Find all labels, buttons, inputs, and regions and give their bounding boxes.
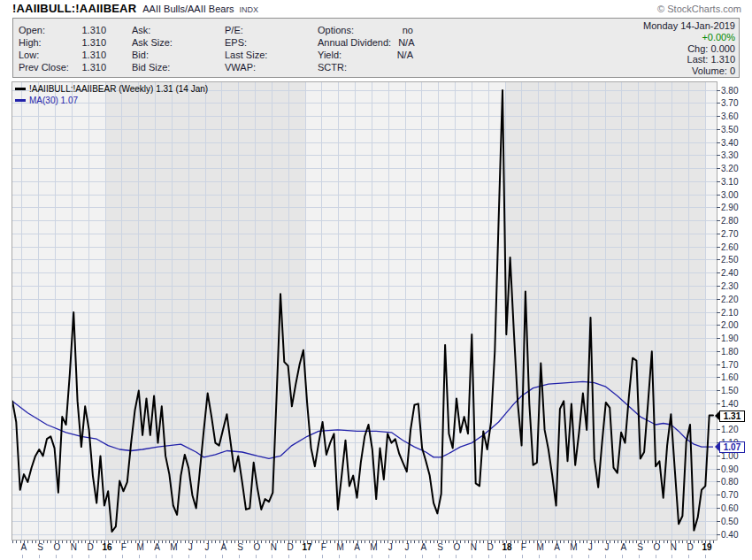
y-axis-label: 3.60 <box>717 111 738 121</box>
y-axis-label-text: 1.80 <box>721 347 738 357</box>
legend-ma-series: MA(30) 1.07 <box>15 95 208 106</box>
y-axis-tick <box>717 469 720 470</box>
y-axis-label: 2.30 <box>717 281 738 291</box>
y-axis-tick <box>717 168 720 169</box>
y-axis-label: 0.40 <box>717 530 738 540</box>
x-axis-month-tick <box>671 555 672 558</box>
x-axis-month-tick <box>305 555 306 558</box>
y-axis-tick <box>717 534 720 535</box>
x-axis-month-tick <box>72 555 73 558</box>
y-axis-label: 2.40 <box>717 268 738 278</box>
x-axis-month-tick <box>105 555 106 558</box>
x-axis-month-tick <box>122 555 123 558</box>
x-axis-month-tick <box>639 555 640 558</box>
y-axis-tick <box>717 299 720 300</box>
y-axis-label: 1.80 <box>717 347 738 357</box>
y-axis-label: 0.90 <box>717 464 738 474</box>
quote-field-label: Annual Dividend: <box>318 36 391 49</box>
quote-field-label: High: <box>19 36 42 49</box>
x-axis-month-tick <box>356 555 357 558</box>
x-axis-month-tick <box>539 555 540 558</box>
y-axis-tick <box>717 155 720 156</box>
y-axis-label: 3.10 <box>717 177 738 187</box>
x-axis-month-tick <box>388 555 389 558</box>
y-axis-label: 3.40 <box>717 138 738 148</box>
y-axis-tick <box>717 129 720 130</box>
x-axis-month-tick <box>272 555 272 558</box>
ma-value-tag: 1.07 <box>719 441 745 453</box>
quote-row: Options:no <box>318 24 413 36</box>
quote-field-label: Bid Size: <box>132 61 170 73</box>
x-axis-month-tick <box>622 555 623 558</box>
y-axis-tick <box>717 351 720 352</box>
y-axis-label: 0.50 <box>717 517 738 526</box>
y-axis-label-text: 3.20 <box>721 164 738 173</box>
y-axis-label-text: 0.80 <box>721 477 738 487</box>
quote-field-label: Ask: <box>132 24 150 36</box>
quote-row: Bid Size: <box>132 61 206 73</box>
y-axis-label-text: 3.10 <box>721 177 738 187</box>
y-axis-label-text: 2.80 <box>721 216 738 226</box>
percent-change: +0.00% <box>643 32 735 43</box>
y-axis-label: 3.30 <box>717 150 738 160</box>
y-axis-tick <box>717 364 720 365</box>
quote-row: Yield:N/A <box>318 49 413 61</box>
y-axis-label: 3.20 <box>717 164 738 173</box>
y-axis-label-text: 3.50 <box>721 125 738 134</box>
y-axis-tick <box>717 90 720 91</box>
y-axis-label: 3.00 <box>717 190 738 200</box>
last-price-tag: 1.31 <box>719 410 745 422</box>
y-axis-label-text: 2.60 <box>721 242 738 252</box>
quote-field-label: Low: <box>19 49 39 61</box>
y-axis-tick <box>717 338 720 339</box>
y-axis-tick <box>717 495 720 495</box>
x-axis-month-tick <box>205 555 206 558</box>
y-axis-label: 2.90 <box>717 203 738 212</box>
y-axis-label-text: 3.30 <box>721 150 738 160</box>
x-axis-month-tick <box>372 555 372 558</box>
quote-row: Prev Close:1.310 <box>19 61 106 73</box>
y-axis-label-text: 0.90 <box>721 464 738 474</box>
quote-field-label: SCTR: <box>318 61 347 73</box>
y-axis-tick <box>717 481 720 482</box>
y-axis-tick <box>717 377 720 378</box>
x-axis-month-tick <box>688 555 689 558</box>
y-axis-label-text: 1.50 <box>721 386 738 395</box>
y-axis-tick <box>717 116 720 117</box>
legend-price-series: !AAIIBULL:!AAIIBEAR (Weekly) 1.31 (14 Ja… <box>15 83 208 95</box>
x-axis-month-tick <box>222 555 223 558</box>
y-axis-label: 3.80 <box>717 86 738 96</box>
y-axis-label: 0.70 <box>717 490 738 500</box>
x-axis-month-tick <box>456 555 457 558</box>
y-axis-label-text: 2.00 <box>721 320 738 330</box>
x-axis-month-tick <box>22 555 23 558</box>
quote-field-label: Ask Size: <box>132 36 173 49</box>
y-axis-tick <box>717 247 720 248</box>
volume-value: Volume: 0 <box>643 65 735 77</box>
y-axis-label: 3.70 <box>717 98 738 108</box>
y-axis-tick <box>717 181 720 182</box>
y-axis-label: 2.00 <box>717 320 738 330</box>
y-axis-tick <box>717 429 720 430</box>
quote-date: Monday 14-Jan-2019 <box>643 20 735 32</box>
x-axis-month-tick <box>156 555 157 558</box>
x-axis-month-tick <box>705 555 706 558</box>
price-chart-svg <box>12 82 717 540</box>
y-axis-label-text: 1.60 <box>721 372 738 382</box>
y-axis-label-text: 3.80 <box>721 86 738 96</box>
y-axis-label-text: 3.40 <box>721 138 738 148</box>
y-axis-label-text: 2.40 <box>721 268 738 278</box>
y-axis-label-text: 2.50 <box>721 255 738 265</box>
quote-row: Open:1.310 <box>19 24 106 36</box>
x-axis-month-tick <box>188 555 189 558</box>
y-axis-tick <box>717 521 720 522</box>
quote-row: Last Size: <box>225 49 306 61</box>
y-axis-label: 0.60 <box>717 503 738 513</box>
y-axis-label-text: 0.70 <box>721 490 738 500</box>
y-axis-label-text: 1.70 <box>721 360 738 370</box>
chart-title-row: !AAIIBULL:!AAIIBEAR AAII Bulls/AAII Bear… <box>12 2 258 16</box>
stockcharts-copyright: © StockCharts.com <box>657 4 741 14</box>
y-axis-label: 3.50 <box>717 125 738 134</box>
x-axis-month-tick <box>339 555 340 558</box>
quote-row: SCTR: <box>318 61 413 73</box>
